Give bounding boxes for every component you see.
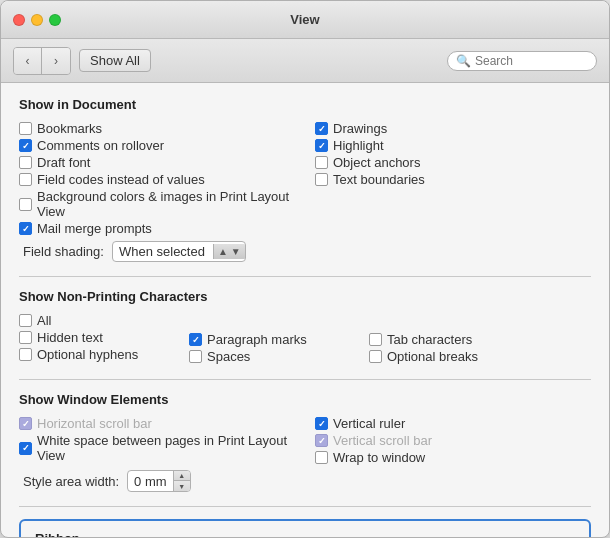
- field-shading-arrow[interactable]: ▲ ▼: [213, 244, 245, 259]
- show-in-document-right: Drawings Highlight Object anchors Text b…: [315, 120, 591, 237]
- wrap-to-window-checkbox[interactable]: [315, 451, 328, 464]
- style-area-input[interactable]: 0 mm ▲ ▼: [127, 470, 191, 492]
- tab-characters-label: Tab characters: [387, 332, 472, 347]
- draft-font-checkbox[interactable]: [19, 156, 32, 169]
- wrap-to-window-row: Wrap to window: [315, 449, 591, 466]
- toolbar: ‹ › Show All 🔍: [1, 39, 609, 83]
- close-button[interactable]: [13, 14, 25, 26]
- divider-2: [19, 379, 591, 380]
- hidden-text-checkbox[interactable]: [19, 331, 32, 344]
- white-space-row: White space between pages in Print Layou…: [19, 432, 295, 464]
- content-area: Show in Document Bookmarks Comments on r…: [1, 83, 609, 537]
- white-space-checkbox[interactable]: [19, 442, 32, 455]
- paragraph-marks-checkbox[interactable]: [189, 333, 202, 346]
- horizontal-scroll-checkbox[interactable]: [19, 417, 32, 430]
- maximize-button[interactable]: [49, 14, 61, 26]
- preferences-window: View ‹ › Show All 🔍 Show in Document Boo…: [0, 0, 610, 538]
- background-colors-checkbox[interactable]: [19, 198, 32, 211]
- ribbon-section: Ribbon Show developer tab Show group tit…: [19, 519, 591, 537]
- horizontal-scroll-row: Horizontal scroll bar: [19, 415, 295, 432]
- show-all-button[interactable]: Show All: [79, 49, 151, 72]
- all-checkbox[interactable]: [19, 314, 32, 327]
- spaces-checkbox[interactable]: [189, 350, 202, 363]
- hidden-text-label: Hidden text: [37, 330, 103, 345]
- all-row: All: [19, 312, 179, 329]
- comments-rollover-label: Comments on rollover: [37, 138, 164, 153]
- bookmarks-row: Bookmarks: [19, 120, 295, 137]
- drawings-label: Drawings: [333, 121, 387, 136]
- ribbon-title: Ribbon: [35, 531, 575, 537]
- non-printing-middle: Paragraph marks Spaces: [189, 312, 359, 365]
- vertical-ruler-row: Vertical ruler: [315, 415, 591, 432]
- vertical-scroll-checkbox[interactable]: [315, 434, 328, 447]
- white-space-label: White space between pages in Print Layou…: [37, 433, 295, 463]
- window-elements-left: Horizontal scroll bar White space betwee…: [19, 415, 295, 466]
- minimize-button[interactable]: [31, 14, 43, 26]
- tab-characters-checkbox[interactable]: [369, 333, 382, 346]
- search-input[interactable]: [475, 54, 588, 68]
- object-anchors-label: Object anchors: [333, 155, 420, 170]
- field-shading-row: Field shading: When selected ▲ ▼: [23, 241, 591, 262]
- field-codes-label: Field codes instead of values: [37, 172, 205, 187]
- vertical-ruler-label: Vertical ruler: [333, 416, 405, 431]
- style-area-down[interactable]: ▼: [174, 481, 190, 491]
- style-area-value: 0 mm: [128, 472, 173, 491]
- background-colors-label: Background colors & images in Print Layo…: [37, 189, 295, 219]
- nav-buttons: ‹ ›: [13, 47, 71, 75]
- all-label: All: [37, 313, 51, 328]
- paragraph-marks-label: Paragraph marks: [207, 332, 307, 347]
- search-icon: 🔍: [456, 54, 471, 68]
- field-shading-label: Field shading:: [23, 244, 104, 259]
- show-in-document-title: Show in Document: [19, 97, 591, 112]
- window-elements-right: Vertical ruler Vertical scroll bar Wrap …: [315, 415, 591, 466]
- field-codes-row: Field codes instead of values: [19, 171, 295, 188]
- optional-breaks-row: Optional breaks: [369, 348, 591, 365]
- show-in-document-left: Bookmarks Comments on rollover Draft fon…: [19, 120, 295, 237]
- draft-font-row: Draft font: [19, 154, 295, 171]
- show-non-printing-title: Show Non-Printing Characters: [19, 289, 591, 304]
- style-area-up[interactable]: ▲: [174, 471, 190, 481]
- hidden-text-row: Hidden text: [19, 329, 179, 346]
- draft-font-label: Draft font: [37, 155, 90, 170]
- drawings-row: Drawings: [315, 120, 591, 137]
- window-title: View: [290, 12, 319, 27]
- field-shading-select[interactable]: When selected ▲ ▼: [112, 241, 246, 262]
- tab-characters-row: Tab characters: [369, 331, 591, 348]
- text-boundaries-row: Text boundaries: [315, 171, 591, 188]
- show-window-elements-section: Show Window Elements Horizontal scroll b…: [19, 392, 591, 492]
- text-boundaries-checkbox[interactable]: [315, 173, 328, 186]
- non-printing-right: Tab characters Optional breaks: [369, 312, 591, 365]
- paragraph-marks-row: Paragraph marks: [189, 331, 359, 348]
- vertical-ruler-checkbox[interactable]: [315, 417, 328, 430]
- field-codes-checkbox[interactable]: [19, 173, 32, 186]
- comments-rollover-row: Comments on rollover: [19, 137, 295, 154]
- style-area-row: Style area width: 0 mm ▲ ▼: [23, 470, 591, 492]
- divider-1: [19, 276, 591, 277]
- forward-button[interactable]: ›: [42, 48, 70, 74]
- show-non-printing-section: Show Non-Printing Characters All Hidden …: [19, 289, 591, 365]
- wrap-to-window-label: Wrap to window: [333, 450, 425, 465]
- vertical-scroll-label: Vertical scroll bar: [333, 433, 432, 448]
- show-in-document-section: Show in Document Bookmarks Comments on r…: [19, 97, 591, 262]
- bookmarks-label: Bookmarks: [37, 121, 102, 136]
- optional-breaks-checkbox[interactable]: [369, 350, 382, 363]
- text-boundaries-label: Text boundaries: [333, 172, 425, 187]
- comments-rollover-checkbox[interactable]: [19, 139, 32, 152]
- optional-hyphens-checkbox[interactable]: [19, 348, 32, 361]
- highlight-checkbox[interactable]: [315, 139, 328, 152]
- divider-3: [19, 506, 591, 507]
- object-anchors-checkbox[interactable]: [315, 156, 328, 169]
- field-shading-value: When selected: [113, 242, 213, 261]
- search-box: 🔍: [447, 51, 597, 71]
- mail-merge-label: Mail merge prompts: [37, 221, 152, 236]
- optional-hyphens-row: Optional hyphens: [19, 346, 179, 363]
- bookmarks-checkbox[interactable]: [19, 122, 32, 135]
- mail-merge-checkbox[interactable]: [19, 222, 32, 235]
- drawings-checkbox[interactable]: [315, 122, 328, 135]
- optional-hyphens-label: Optional hyphens: [37, 347, 138, 362]
- style-area-label: Style area width:: [23, 474, 119, 489]
- back-button[interactable]: ‹: [14, 48, 42, 74]
- non-printing-left: All Hidden text Optional hyphens: [19, 312, 179, 365]
- traffic-lights: [13, 14, 61, 26]
- horizontal-scroll-label: Horizontal scroll bar: [37, 416, 152, 431]
